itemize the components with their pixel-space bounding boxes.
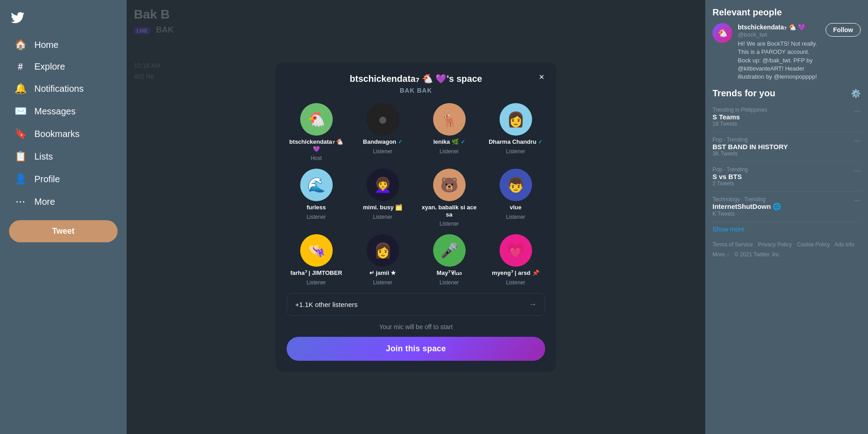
show-more-link[interactable]: Show more	[712, 226, 861, 233]
footer-copyright: © 2021 Twitter, Inc.	[735, 251, 781, 258]
footer-privacy[interactable]: Privacy Policy	[758, 241, 792, 248]
avatar: 👩	[500, 103, 532, 136]
trend-count: 2 Tweets	[712, 180, 748, 187]
participant-myeng[interactable]: 💗 myeng⁷ | arsd 📌 Listener	[486, 234, 545, 286]
participant-role: Listener	[307, 279, 326, 286]
sidebar-item-home[interactable]: 🏠 Home	[4, 33, 123, 56]
profile-icon: 👤	[14, 173, 26, 185]
profile-avatar: 🐔	[712, 23, 732, 43]
space-modal: × btschickendata₇ 🐔 💜's space BAK BAK 🐔 …	[276, 62, 556, 372]
trend-count: K Tweets	[712, 211, 781, 217]
modal-overlay: × btschickendata₇ 🐔 💜's space BAK BAK 🐔 …	[127, 0, 705, 434]
sidebar-item-notifications[interactable]: 🔔 Notifications	[4, 77, 123, 100]
lists-icon: 📋	[14, 151, 26, 162]
sidebar-item-more[interactable]: ⋯ More	[4, 190, 123, 213]
participant-role: Listener	[373, 279, 392, 286]
participant-role: Listener	[506, 148, 525, 155]
participant-role: Listener	[439, 221, 459, 227]
participant-vlue[interactable]: 👦 vlue Listener	[486, 169, 545, 227]
home-icon: 🏠	[14, 39, 26, 51]
bookmark-icon: 🔖	[14, 128, 26, 140]
sidebar-item-explore[interactable]: # Explore	[4, 56, 123, 77]
participant-lenika[interactable]: 🦌 lenika 🌿 ✓ Listener	[420, 103, 479, 161]
trend-item-0[interactable]: Trending in Philippines S Teams 18 Tweet…	[712, 102, 861, 132]
avatar: 👒	[300, 234, 333, 267]
trends-title: Trends for you	[712, 88, 775, 99]
participant-mimi[interactable]: 👩‍🦱 mimi. busy 🗂️ Listener	[353, 169, 412, 227]
trend-name: BST BAND IN HISTORY	[712, 143, 788, 151]
trend-item-3[interactable]: Technology · Trending InternetShutDown 🌐…	[712, 192, 861, 222]
participant-jamii[interactable]: 👩 ↵ jamii ★ Listener	[353, 234, 412, 286]
participant-name: furless	[307, 204, 326, 211]
participant-name: May⁷𝒞₁₁₀	[437, 269, 462, 277]
trend-name: InternetShutDown 🌐	[712, 203, 781, 211]
trend-count: 18 Tweets	[712, 121, 767, 127]
avatar: 🌊	[300, 169, 333, 201]
participant-xyan[interactable]: 🐻 xyan. babalik si ace sa Listener	[420, 169, 479, 227]
profile-handle: @bock_twt	[738, 31, 820, 38]
trend-more-icon[interactable]: ⋯	[854, 196, 861, 205]
participant-bandwagon[interactable]: ● Bandwagon ✓ Listener	[353, 103, 412, 161]
footer-terms[interactable]: Terms of Service	[712, 241, 753, 248]
profile-display-name: btschickendata₇ 🐔 💜	[738, 23, 820, 31]
tweet-button[interactable]: Tweet	[9, 220, 118, 242]
sidebar-item-lists[interactable]: 📋 Lists	[4, 145, 123, 168]
avatar: 🎤	[433, 234, 466, 267]
participant-host[interactable]: 🐔 btschickendata₇ 🐔 💜 Host	[287, 103, 346, 161]
trend-category: Pop · Trending	[712, 166, 748, 173]
trend-category: Technology · Trending	[712, 196, 781, 203]
trend-more-icon[interactable]: ⋯	[854, 137, 861, 145]
participant-name: ↵ jamii ★	[369, 269, 396, 277]
main-nav: 🏠 Home # Explore 🔔 Notifications ✉️ Mess…	[0, 33, 127, 213]
follow-button[interactable]: Follow	[826, 23, 861, 37]
arrow-icon: →	[528, 300, 537, 309]
trends-header: Trends for you ⚙️	[712, 88, 861, 99]
trend-category: Trending in Philippines	[712, 107, 767, 113]
close-button[interactable]: ×	[534, 70, 549, 84]
participant-name: xyan. babalik si ace sa	[420, 204, 479, 218]
other-listeners-text: +1.1K other listeners	[295, 301, 358, 308]
trend-more-icon[interactable]: ⋯	[854, 107, 861, 115]
join-space-button[interactable]: Join this space	[287, 337, 545, 361]
trend-item-2[interactable]: Pop · Trending S vs BTS 2 Tweets ⋯	[712, 162, 861, 192]
avatar: ●	[367, 103, 399, 136]
explore-icon: #	[14, 61, 26, 72]
trend-item-1[interactable]: Pop · Trending BST BAND IN HISTORY 3K Tw…	[712, 132, 861, 162]
participant-name: vlue	[509, 204, 521, 211]
trend-count: 3K Tweets	[712, 151, 788, 157]
participants-grid: 🐔 btschickendata₇ 🐔 💜 Host ● Bandwagon	[287, 103, 545, 286]
avatar: 👦	[500, 169, 532, 201]
participant-name: lenika 🌿 ✓	[433, 138, 465, 146]
twitter-logo	[0, 7, 127, 33]
participant-role: Listener	[373, 148, 392, 155]
sidebar-item-profile[interactable]: 👤 Profile	[4, 168, 123, 190]
participant-furless[interactable]: 🌊 furless Listener	[287, 169, 346, 227]
trend-name: S Teams	[712, 113, 767, 121]
sidebar: 🏠 Home # Explore 🔔 Notifications ✉️ Mess…	[0, 0, 127, 434]
trend-more-icon[interactable]: ⋯	[854, 166, 861, 175]
participant-may[interactable]: 🎤 May⁷𝒞₁₁₀ Listener	[420, 234, 479, 286]
participant-role: Listener	[307, 214, 326, 220]
footer-links: Terms of Service Privacy Policy Cookie P…	[712, 240, 861, 259]
participant-name: Bandwagon ✓	[363, 138, 402, 146]
avatar: 👩‍🦱	[367, 169, 399, 201]
sidebar-item-bookmarks[interactable]: 🔖 Bookmarks	[4, 123, 123, 145]
participant-dharma[interactable]: 👩 Dharma Chandru ✓ Listener	[486, 103, 545, 161]
modal-subtitle: BAK BAK	[287, 87, 545, 94]
sidebar-item-messages[interactable]: ✉️ Messages	[4, 100, 123, 123]
trend-name: S vs BTS	[712, 173, 748, 180]
footer-more[interactable]: More ··	[712, 251, 729, 258]
avatar: 💗	[500, 234, 532, 267]
footer-cookie[interactable]: Cookie Policy	[797, 241, 830, 248]
avatar: 👩	[367, 234, 399, 267]
footer-ads[interactable]: Ads info	[835, 241, 854, 248]
participant-name: myeng⁷ | arsd 📌	[492, 269, 539, 277]
other-listeners-row[interactable]: +1.1K other listeners →	[287, 293, 545, 316]
participant-role: Listener	[506, 279, 525, 286]
participant-role: Listener	[439, 279, 459, 286]
settings-icon[interactable]: ⚙️	[851, 89, 861, 99]
participant-farha[interactable]: 👒 farha⁷ | JIMTOBER Listener	[287, 234, 346, 286]
more-icon: ⋯	[14, 196, 26, 208]
participant-name: farha⁷ | JIMTOBER	[290, 269, 342, 277]
avatar: 🐻	[433, 169, 466, 201]
